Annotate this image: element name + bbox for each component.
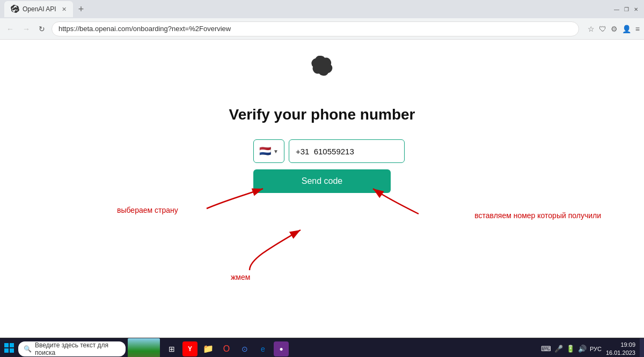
click-send-annotation: жмем xyxy=(231,273,250,281)
select-country-annotation: выбераем страну xyxy=(117,206,178,214)
taskbar-app-icons: ⊞ Y 📁 O ⊙ e ● xyxy=(164,341,289,356)
search-icon: 🔍 xyxy=(24,345,32,353)
show-desktop-button[interactable] xyxy=(640,338,644,358)
lang-indicator[interactable]: РУС xyxy=(590,346,602,352)
new-tab-button[interactable]: + xyxy=(76,4,86,15)
task-view-icon[interactable]: ⊞ xyxy=(164,341,179,356)
chevron-down-icon: ▼ xyxy=(273,148,279,154)
back-button[interactable]: ← xyxy=(4,23,16,35)
bookmark-icon[interactable]: ☆ xyxy=(588,25,595,33)
microphone-icon[interactable]: 🎤 xyxy=(554,345,563,353)
browser-content: Verify your phone number 🇳🇱 ▼ Send code … xyxy=(0,40,644,338)
phone-inputs: 🇳🇱 ▼ xyxy=(253,139,391,163)
profile-icon[interactable]: 👤 xyxy=(622,25,631,33)
nav-bar: ← → ↻ https://beta.openai.com/onboarding… xyxy=(0,18,644,40)
shield-icon[interactable]: 🛡 xyxy=(599,25,606,33)
forward-button[interactable]: → xyxy=(20,23,32,35)
tab-title: OpenAI API xyxy=(23,5,56,13)
openai-tab-icon xyxy=(11,5,19,13)
opera-icon[interactable]: O xyxy=(219,341,234,356)
edge-icon[interactable]: e xyxy=(255,341,270,356)
address-text: https://beta.openai.com/onboarding?next=… xyxy=(58,25,572,33)
maximize-button[interactable]: ❐ xyxy=(623,5,630,13)
menu-icon[interactable]: ≡ xyxy=(635,25,640,33)
phone-form: 🇳🇱 ▼ Send code xyxy=(253,139,391,193)
system-icons: ⌨ 🎤 🔋 🔊 РУС xyxy=(541,345,602,353)
browser-tab[interactable]: OpenAI API ✕ xyxy=(4,1,73,17)
tab-close-button[interactable]: ✕ xyxy=(62,6,67,13)
tab-area: OpenAI API ✕ + xyxy=(4,1,86,17)
svg-rect-1 xyxy=(4,343,9,347)
taskbar-search-text: Введите здесь текст для поиска xyxy=(35,341,120,356)
volume-icon[interactable]: 🔊 xyxy=(578,345,587,353)
svg-rect-2 xyxy=(10,343,14,347)
clock-date: 16.01.2023 xyxy=(606,349,635,356)
svg-rect-4 xyxy=(10,348,14,353)
minimize-button[interactable]: — xyxy=(613,5,620,13)
send-code-button[interactable]: Send code xyxy=(253,169,391,193)
phone-input[interactable] xyxy=(289,139,405,163)
openai-logo xyxy=(311,56,333,79)
close-button[interactable]: ✕ xyxy=(632,5,640,13)
nav-icons: ☆ 🛡 ⚙ 👤 ≡ xyxy=(588,25,640,33)
taskbar: 🔍 Введите здесь текст для поиска ⊞ Y 📁 O… xyxy=(0,338,644,357)
system-tray: ⌨ 🎤 🔋 🔊 РУС 19:09 16.01.2023 xyxy=(541,338,640,358)
window-controls: — ❐ ✕ xyxy=(613,5,640,13)
system-clock[interactable]: 19:09 16.01.2023 xyxy=(606,341,635,356)
app-icon[interactable]: ● xyxy=(274,341,289,356)
svg-rect-3 xyxy=(4,348,9,353)
keyboard-icon[interactable]: ⌨ xyxy=(541,345,551,353)
file-explorer-icon[interactable]: 📁 xyxy=(201,341,216,356)
address-bar[interactable]: https://beta.openai.com/onboarding?next=… xyxy=(52,21,579,36)
clock-time: 19:09 xyxy=(606,341,635,348)
start-button[interactable] xyxy=(4,343,14,354)
city-wallpaper-thumbnail xyxy=(128,338,160,358)
country-flag: 🇳🇱 xyxy=(259,146,271,156)
yandex-icon[interactable]: Y xyxy=(182,341,197,356)
extensions-icon[interactable]: ⚙ xyxy=(611,25,618,33)
paste-number-annotation: вставляем номер который получили xyxy=(474,211,601,220)
title-bar: OpenAI API ✕ + — ❐ ✕ xyxy=(0,0,644,18)
taskbar-search[interactable]: 🔍 Введите здесь текст для поиска xyxy=(18,341,126,356)
country-selector[interactable]: 🇳🇱 ▼ xyxy=(253,139,284,163)
refresh-button[interactable]: ↻ xyxy=(36,23,47,35)
page-title: Verify your phone number xyxy=(229,106,415,123)
battery-icon[interactable]: 🔋 xyxy=(566,345,575,353)
chrome-icon[interactable]: ⊙ xyxy=(237,341,252,356)
